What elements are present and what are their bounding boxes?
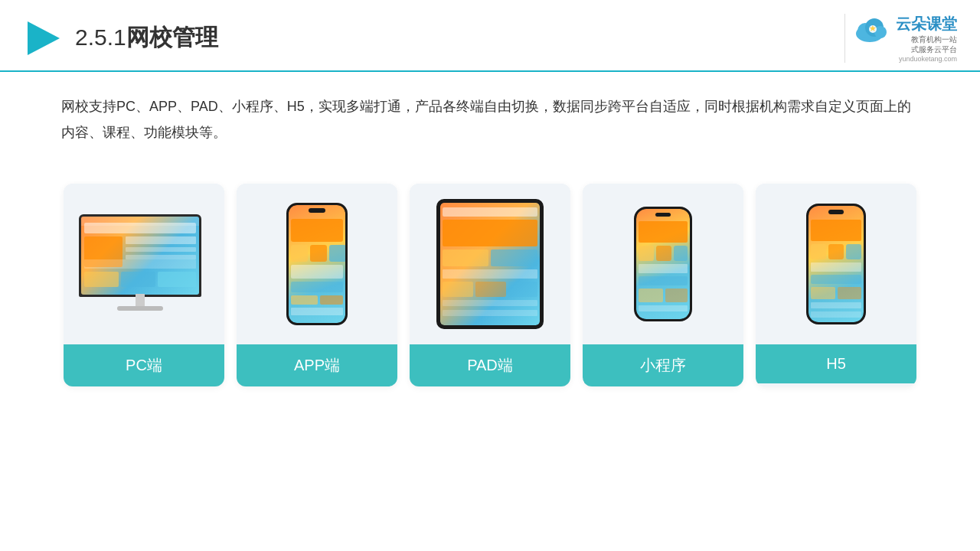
card-h5: H5 <box>756 184 916 386</box>
device-cards-container: PC端 APP端 <box>0 161 980 409</box>
header-left: 2.5.1网校管理 <box>23 18 218 58</box>
description-text: 网校支持PC、APP、PAD、小程序、H5，实现多端打通，产品各终端自由切换，数… <box>61 93 919 145</box>
brand-url: yunduoketang.com <box>899 55 957 63</box>
card-h5-image <box>756 184 916 344</box>
card-pad-image <box>410 184 570 344</box>
brand-name: 云朵课堂 <box>896 14 957 34</box>
page-description: 网校支持PC、APP、PAD、小程序、H5，实现多端打通，产品各终端自由切换，数… <box>0 72 980 153</box>
card-pc-label: PC端 <box>64 344 224 386</box>
card-miniprogram: 小程序 <box>583 184 743 386</box>
card-app-label: APP端 <box>237 344 397 386</box>
card-miniprogram-label: 小程序 <box>583 344 743 386</box>
brand-tagline: 教育机构一站式服务云平台 <box>911 34 957 55</box>
brand-text-area: 云朵课堂 教育机构一站式服务云平台 yunduoketang.com <box>896 14 957 63</box>
miniprogram-device-illustration <box>634 207 692 321</box>
card-app-image <box>237 184 397 344</box>
page-header: 2.5.1网校管理 云朵课堂 教育机构一站式服务云平台 yunduoketang… <box>0 0 980 72</box>
page-title: 2.5.1网校管理 <box>75 22 218 54</box>
app-device-illustration <box>286 203 348 325</box>
card-app: APP端 <box>237 184 397 386</box>
card-pc: PC端 <box>64 184 224 386</box>
svg-marker-0 <box>28 21 60 55</box>
card-pad-label: PAD端 <box>410 344 570 386</box>
card-pad: PAD端 <box>410 184 570 386</box>
card-miniprogram-image <box>583 184 743 344</box>
cloud-icon <box>853 14 893 44</box>
pad-device-illustration <box>436 199 544 329</box>
card-pc-image <box>64 184 224 344</box>
h5-device-illustration <box>806 204 866 324</box>
brand-logo: 云朵课堂 教育机构一站式服务云平台 yunduoketang.com <box>844 14 957 63</box>
card-h5-label: H5 <box>756 344 916 383</box>
play-icon <box>23 18 63 58</box>
pc-device-illustration <box>79 214 209 314</box>
